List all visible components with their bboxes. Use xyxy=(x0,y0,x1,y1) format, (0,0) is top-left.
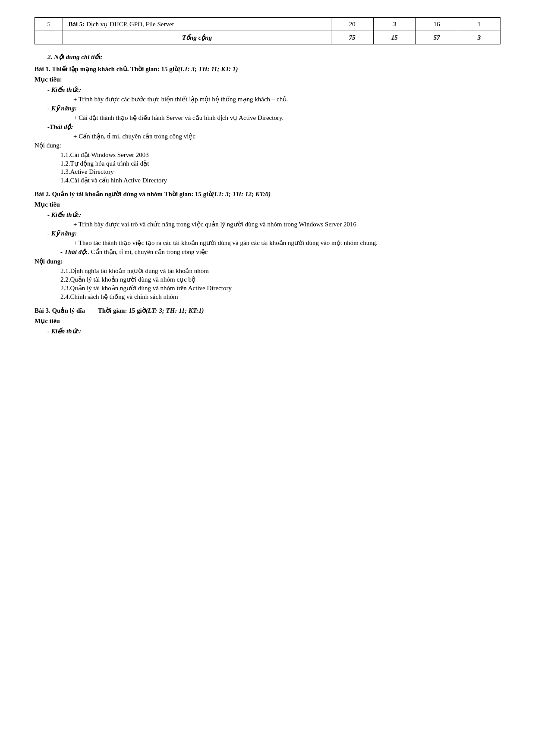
table-row-total: Tổng cộng 75 15 57 3 xyxy=(35,31,500,44)
bai1-muc-tieu: Mục tiêu: xyxy=(35,75,500,83)
noi-dung-bold-label: Nội dung: xyxy=(35,258,63,265)
bai2-kien-thuc-label: - Kiến thức: xyxy=(47,211,500,219)
bai2-item-4: 2.4.Chính sách hệ thống và chính sách nh… xyxy=(60,293,500,301)
lesson-bai3: Bài 3. Quản lý đĩa Thời gian: 15 giờ(LT:… xyxy=(35,307,500,335)
row5-title-rest: Dịch vụ DHCP, GPO, File Server xyxy=(85,21,174,28)
bai1-kien-thuc-label: - Kiến thức: xyxy=(47,86,500,94)
bai2-title: Bài 2. Quản lý tài khoản người dùng và n… xyxy=(35,190,500,198)
bai2-noi-dung-label: Nội dung: xyxy=(35,257,500,265)
bai1-time-italic: (LT: 3; TH: 11; KT: 1) xyxy=(178,66,238,72)
bai3-muc-tieu: Mục tiêu xyxy=(35,317,500,325)
total-col5: 57 xyxy=(415,31,458,44)
bai1-ky-nang-label: - Kỹ năng: xyxy=(47,104,500,112)
total-col6: 3 xyxy=(458,31,500,44)
bai2-kien-thuc-content: + Trình bày được vai trò và chức năng tr… xyxy=(73,220,500,228)
row5-col5: 16 xyxy=(415,18,458,31)
bai1-thai-do-content: + Cẩn thận, tỉ mi, chuyên cần trong công… xyxy=(73,132,500,140)
bai1-item-2: 1.2.Tự động hóa quá trình cài đặt xyxy=(60,160,500,167)
bai1-kien-thuc-content: + Trình bày được các bước thực hiện thiế… xyxy=(73,95,500,103)
row5-title: Bài 5: Dịch vụ DHCP, GPO, File Server xyxy=(63,18,331,31)
bai2-time-normal: Thời gian: 15 giờ xyxy=(163,191,212,198)
total-col4: 15 xyxy=(373,31,415,44)
bai3-title: Bài 3. Quản lý đĩa Thời gian: 15 giờ(LT:… xyxy=(35,307,500,314)
lesson-bai2: Bài 2. Quản lý tài khoản người dùng và n… xyxy=(35,190,500,301)
bai2-muc-tieu: Mục tiêu xyxy=(35,201,500,208)
bai1-time-normal: . Thời gian: 15 giờ xyxy=(127,66,178,72)
bai2-time-italic: (LT: 3; TH: 12; KT:0) xyxy=(212,191,271,198)
total-label: Tổng cộng xyxy=(63,31,331,44)
total-empty xyxy=(35,31,63,44)
row5-title-bold: Bài 5: xyxy=(68,21,85,28)
bai2-ky-nang-content: + Thao tác thành thạo việc tạo ra các tà… xyxy=(73,239,500,247)
bai1-item-3: 1.3.Active Directory xyxy=(60,168,500,176)
lesson-bai1: Bài 1. Thiết lập mạng khách chủ. Thời gi… xyxy=(35,65,500,184)
row5-col4: 3 xyxy=(373,18,415,31)
page-container: 5 Bài 5: Dịch vụ DHCP, GPO, File Server … xyxy=(35,17,500,335)
bai2-ky-nang-label: - Kỹ năng: xyxy=(47,229,500,237)
bai1-title: Bài 1. Thiết lập mạng khách chủ. Thời gi… xyxy=(35,65,500,73)
row5-col6: 1 xyxy=(458,18,500,31)
row5-col3: 20 xyxy=(331,18,373,31)
bai2-item-3: 2.3.Quản lý tài khoản người dùng và nhóm… xyxy=(60,284,500,292)
bai1-item-4: 1.4.Cài đặt và cấu hình Active Directory xyxy=(60,176,500,184)
bai1-ky-nang-content: + Cài đặt thành thạo hệ điều hành Server… xyxy=(73,114,500,122)
bai3-time-italic: (LT: 3; TH: 11; KT:1) xyxy=(146,307,204,314)
summary-table: 5 Bài 5: Dịch vụ DHCP, GPO, File Server … xyxy=(35,17,500,44)
bai2-item-1: 2.1.Định nghĩa tài khoản người dùng và t… xyxy=(60,267,500,275)
bai2-thai-do-label: - Thái độ:. Cẩn thận, tỉ mi, chuyên cần … xyxy=(60,248,500,256)
bai1-item-1: 1.1.Cài đặt Windows Server 2003 xyxy=(60,151,500,159)
bai3-time-normal: Thời gian: 15 giờ xyxy=(85,307,146,314)
total-col3: 75 xyxy=(331,31,373,44)
bai3-kien-thuc-label: - Kiến thức: xyxy=(47,327,500,335)
row5-num: 5 xyxy=(35,18,63,31)
section2-title: 2. Nội dung chi tiết: xyxy=(47,53,500,61)
bai1-thai-do-label: -Thái độ: xyxy=(47,123,500,131)
bai2-item-2: 2.2.Quản lý tài khoản người dùng và nhóm… xyxy=(60,276,500,283)
bai1-noi-dung-label: Nội dung: xyxy=(35,141,500,149)
table-row-5: 5 Bài 5: Dịch vụ DHCP, GPO, File Server … xyxy=(35,18,500,31)
